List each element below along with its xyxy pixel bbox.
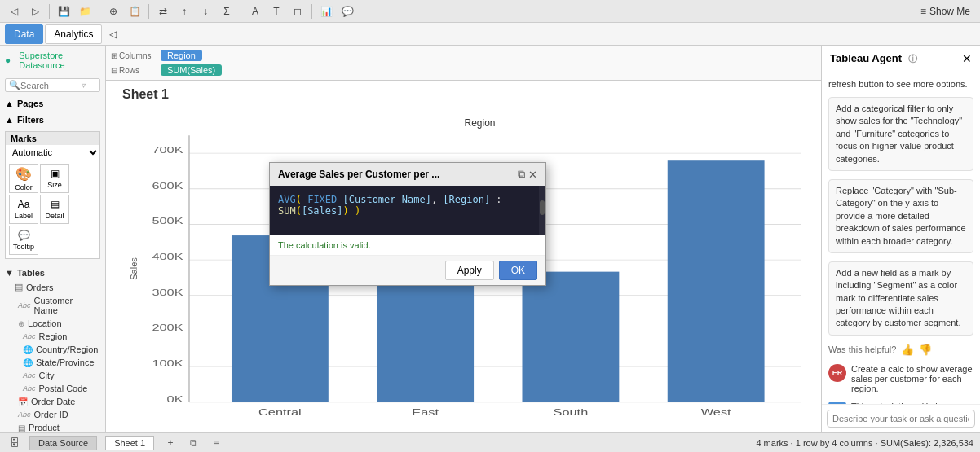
marks-panel: Marks Automatic 🎨 Color ▣ Size Aa Label [5, 131, 100, 259]
agent-info-icon[interactable]: ⓘ [908, 54, 917, 64]
chart-btn[interactable]: 📊 [317, 2, 335, 20]
field-location[interactable]: ⊕ Location [5, 317, 100, 330]
field-city[interactable]: Abc City [5, 369, 100, 382]
forward-btn[interactable]: ▷ [26, 2, 44, 20]
suggestion-3[interactable]: Add a new field as a mark by including "… [828, 261, 973, 336]
sheet-list-btn[interactable]: ≡ [208, 435, 224, 451]
data-tab[interactable]: Data [5, 24, 43, 44]
marks-buttons: 🎨 Color ▣ Size Aa Label ▤ Detail 💬 T [6, 160, 99, 258]
agent-messages: refresh button to see more options. Add … [822, 72, 980, 404]
svg-text:600K: 600K [152, 182, 183, 191]
abc-icon-postal: Abc [23, 384, 36, 393]
dialog-body[interactable]: AVG( FIXED [Customer Name], [Region] : S… [270, 186, 545, 235]
size-mark-btn[interactable]: ▣ Size [40, 164, 69, 193]
dialog-restore-btn[interactable]: ⧉ [518, 168, 525, 181]
size-icon: ▣ [51, 168, 60, 179]
datasource-link[interactable]: Superstore Datasource [14, 49, 100, 72]
svg-text:500K: 500K [152, 217, 183, 226]
datasource-icon: ● [5, 55, 11, 66]
status-tab-datasource[interactable]: Data Source [29, 436, 97, 450]
new-datasource-btn[interactable]: ⊕ [104, 2, 122, 20]
filters-label: Filters [17, 115, 44, 125]
agent-initial-text: refresh button to see more options. [828, 79, 973, 89]
rows-icon: ⊟ [111, 66, 117, 75]
filters-header[interactable]: ▲ Filters [5, 115, 100, 125]
suggestion-1[interactable]: Add a categorical filter to only show sa… [828, 97, 973, 171]
bar-west[interactable] [668, 160, 765, 402]
rows-label: ⊟ Rows [111, 66, 156, 75]
open-btn[interactable]: 📁 [76, 2, 94, 20]
table-icon2: ▤ [18, 423, 25, 432]
center-panel: ⊞ Columns Region ⊟ Rows SUM(Sales) Sheet… [106, 46, 821, 432]
agent-close-btn[interactable]: ✕ [962, 52, 972, 65]
save-btn[interactable]: 💾 [55, 2, 73, 20]
svg-text:700K: 700K [152, 146, 183, 155]
rows-pill[interactable]: SUM(Sales) [161, 64, 222, 76]
main-layout: ● Superstore Datasource 🔍 ▿ ▲ Pages ▲ Fi… [0, 46, 980, 432]
sort-desc-btn[interactable]: ↓ [196, 2, 214, 20]
show-me-button[interactable]: ≡ Show Me [916, 4, 975, 19]
thumbs-down-1[interactable]: 👎 [919, 344, 932, 356]
bar-south[interactable] [522, 272, 619, 402]
marks-type-select[interactable]: Automatic [6, 145, 99, 160]
dialog-apply-btn[interactable]: Apply [445, 261, 494, 280]
marks-label: Marks [11, 134, 37, 143]
helpful-label-1: Was this helpful? [828, 344, 896, 354]
search-input[interactable] [20, 81, 82, 90]
user-msg-text: Create a calc to show average sales per … [851, 364, 973, 393]
back-btn[interactable]: ◁ [5, 2, 23, 20]
status-text: 4 marks · 1 row by 4 columns · SUM(Sales… [756, 438, 973, 448]
color-mark-btn[interactable]: 🎨 Color [9, 164, 38, 193]
field-order-id[interactable]: Abc Order ID [5, 408, 100, 421]
add-sheet-btn[interactable]: + [162, 435, 179, 451]
top-toolbar: ◁ ▷ 💾 📁 ⊕ 📋 ⇄ ↑ ↓ Σ A T ◻ 📊 💬 ≡ Show Me [0, 0, 980, 23]
filters-arrow: ▲ [5, 115, 14, 125]
svg-text:South: South [554, 408, 589, 417]
duplicate-sheet-btn[interactable]: ⧉ [185, 435, 201, 451]
field-customer-name[interactable]: Abc Customer Name [5, 294, 100, 317]
dialog-close-btn[interactable]: ✕ [528, 168, 537, 181]
suggestion-2[interactable]: Replace "Category" with "Sub-Category" o… [828, 179, 973, 253]
status-tab-sheet[interactable]: Sheet 1 [105, 436, 154, 450]
left-panel: ● Superstore Datasource 🔍 ▿ ▲ Pages ▲ Fi… [0, 46, 106, 432]
columns-label: ⊞ Columns [111, 51, 156, 60]
formula-display: AVG( FIXED [Customer Name], [Region] : S… [278, 194, 502, 217]
field-order-date[interactable]: 📅 Order Date [5, 395, 100, 408]
collapse-btn[interactable]: ◁ [104, 25, 121, 43]
sort-asc-btn[interactable]: ↑ [175, 2, 193, 20]
field-region[interactable]: Abc Region [5, 330, 100, 343]
analytics-tab[interactable]: Analytics [45, 24, 102, 44]
columns-pill[interactable]: Region [161, 50, 202, 61]
paste-btn[interactable]: 📋 [126, 2, 143, 20]
size-label: Size [47, 181, 62, 189]
field-postal[interactable]: Abc Postal Code [5, 382, 100, 395]
search-icon: 🔍 [9, 80, 20, 90]
field-product[interactable]: ▤ Product [5, 421, 100, 432]
tables-section: ▼ Tables ▤ Orders Abc Customer Name ⊕ Lo… [0, 262, 105, 432]
abc-icon-region: Abc [23, 332, 36, 340]
sum-btn[interactable]: Σ [218, 2, 236, 20]
suggestion-2-text: Replace "Category" with "Sub-Category" o… [836, 186, 966, 246]
field-country[interactable]: 🌐 Country/Region [5, 343, 100, 356]
tables-header[interactable]: ▼ Tables [5, 265, 100, 280]
highlight-btn[interactable]: A [246, 2, 264, 20]
label-mark-btn[interactable]: Aa Label [9, 195, 38, 224]
location-icon: ⊕ [18, 319, 24, 328]
tooltip-btn[interactable]: 💬 [338, 2, 356, 20]
viz-area: Sheet 1 Region Sales 0K 100K 200K 300K 4… [106, 81, 821, 432]
agent-input-field[interactable] [827, 410, 975, 428]
data-source-icon-btn[interactable]: 🗄 [7, 435, 23, 451]
detail-mark-btn[interactable]: ▤ Detail [40, 195, 69, 224]
swap-btn[interactable]: ⇄ [154, 2, 172, 20]
show-me-icon: ≡ [920, 6, 926, 17]
label-btn[interactable]: T [267, 2, 285, 20]
pages-header[interactable]: ▲ Pages [5, 99, 100, 108]
tooltip-mark-btn[interactable]: 💬 Tooltip [9, 226, 38, 255]
tables-arrow: ▼ [5, 268, 14, 278]
table-orders[interactable]: ▤ Orders [5, 280, 100, 294]
thumbs-up-1[interactable]: 👍 [901, 344, 914, 356]
dialog-ok-btn[interactable]: OK [499, 261, 537, 280]
field-state[interactable]: 🌐 State/Province [5, 356, 100, 369]
format-btn[interactable]: ◻ [289, 2, 307, 20]
svg-text:400K: 400K [152, 252, 183, 261]
